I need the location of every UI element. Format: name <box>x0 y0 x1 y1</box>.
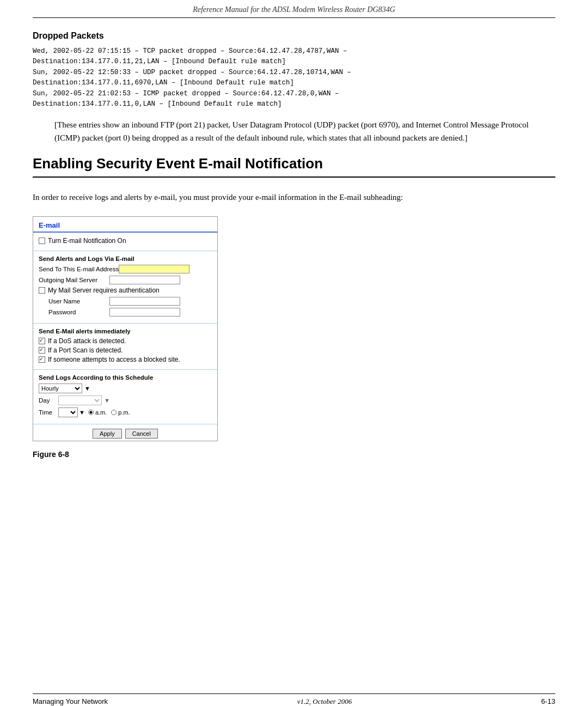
code-line-3: Sun, 2002-05-22 12:50:33 – UDP packet dr… <box>33 69 351 76</box>
footer-left: Managing Your Network <box>33 697 108 705</box>
code-line-5: Sun, 2002-05-22 21:02:53 – ICMP packet d… <box>33 90 339 98</box>
am-label: a.m. <box>95 409 107 416</box>
pm-radio[interactable] <box>111 410 117 415</box>
day-label: Day <box>39 397 58 404</box>
button-row: Apply Cancel <box>33 424 217 441</box>
figure-label: Figure 6-8 <box>33 450 555 459</box>
day-row: Day ▼ <box>39 395 212 405</box>
day-dropdown-arrow: ▼ <box>104 397 110 404</box>
notification-label: Turn E-mail Notification On <box>48 237 126 245</box>
username-label: User Name <box>39 298 109 305</box>
outgoing-input[interactable] <box>109 276 180 284</box>
username-row: User Name <box>39 297 212 306</box>
am-radio[interactable] <box>88 410 94 415</box>
password-label: Password <box>39 309 109 315</box>
frequency-select[interactable]: Hourly <box>39 384 82 393</box>
schedule-heading: Send Logs According to this Schedule <box>39 374 212 381</box>
apply-button[interactable]: Apply <box>93 429 122 439</box>
alert-checkbox-0[interactable] <box>39 338 45 344</box>
alert-item-1: If a Port Scan is detected. <box>39 346 212 354</box>
outgoing-row: Outgoing Mail Server <box>39 276 212 284</box>
time-row: Time ▼ a.m. p.m. <box>39 407 212 417</box>
send-to-input[interactable] <box>119 265 189 273</box>
code-block: Wed, 2002-05-22 07:15:15 – TCP packet dr… <box>33 46 555 109</box>
alert-label-0: If a DoS attack is detected. <box>48 337 126 345</box>
footer-center: v1.2, October 2006 <box>108 697 541 706</box>
code-line-4: Destination:134.177.0.11,6970,LAN – [Inb… <box>33 79 294 87</box>
code-line-1: Wed, 2002-05-22 07:15:15 – TCP packet dr… <box>33 47 347 55</box>
day-select[interactable] <box>58 395 102 405</box>
alert-label-1: If a Port Scan is detected. <box>48 346 122 354</box>
form-panel-title: E-mail <box>33 217 217 233</box>
am-option[interactable]: a.m. <box>88 409 107 416</box>
alert-label-2: If someone attempts to access a blocked … <box>48 356 180 363</box>
code-line-2: Destination:134.177.0.11,21,LAN – [Inbou… <box>33 58 286 65</box>
intro-text: In order to receive logs and alerts by e… <box>33 191 555 204</box>
alert-item-0: If a DoS attack is detected. <box>39 337 212 345</box>
password-row: Password <box>39 308 212 317</box>
frequency-row: Hourly ▼ <box>39 384 212 393</box>
alert-checkbox-1[interactable] <box>39 347 45 354</box>
alerts-logs-section: Send Alerts and Logs Via E-mail Send To … <box>33 251 217 324</box>
dropdown-arrow: ▼ <box>84 385 90 392</box>
page-header: Reference Manual for the ADSL Modem Wire… <box>33 0 555 18</box>
time-select[interactable] <box>58 407 78 417</box>
notification-toggle-row: Turn E-mail Notification On <box>39 237 212 245</box>
time-label: Time <box>39 409 58 416</box>
alerts-section-heading: Send Alerts and Logs Via E-mail <box>39 255 212 262</box>
immediate-alerts-heading: Send E-Mail alerts immediately <box>39 328 212 334</box>
immediate-alerts-section: Send E-Mail alerts immediately If a DoS … <box>33 324 217 370</box>
pm-label: p.m. <box>118 409 130 416</box>
notification-section: Turn E-mail Notification On <box>33 233 217 251</box>
username-input[interactable] <box>109 297 180 306</box>
alert-item-2: If someone attempts to access a blocked … <box>39 356 212 363</box>
auth-checkbox[interactable] <box>39 287 45 294</box>
dropped-packets-heading: Dropped Packets <box>33 31 555 41</box>
code-line-6: Destination:134.177.0.11,0,LAN – [Inboun… <box>33 100 282 108</box>
panel-title-text: E-mail <box>39 221 60 229</box>
schedule-section: Send Logs According to this Schedule Hou… <box>33 370 217 424</box>
section-title: Enabling Security Event E-mail Notificat… <box>33 155 555 178</box>
pm-option[interactable]: p.m. <box>111 409 130 416</box>
time-dropdown-arrow: ▼ <box>79 409 85 416</box>
footer-right: 6-13 <box>541 697 555 705</box>
alert-checkbox-2[interactable] <box>39 356 45 363</box>
send-to-row: Send To This E-mail Address <box>39 265 212 273</box>
send-to-label: Send To This E-mail Address <box>39 266 119 272</box>
password-input[interactable] <box>109 308 180 317</box>
outgoing-label: Outgoing Mail Server <box>39 277 109 283</box>
auth-label: My Mail Server requires authentication <box>48 287 160 294</box>
main-content: Dropped Packets Wed, 2002-05-22 07:15:15… <box>33 18 555 693</box>
notification-checkbox[interactable] <box>39 238 45 244</box>
dropped-packets-description: [These entries show an inbound FTP (port… <box>54 118 534 144</box>
cancel-button[interactable]: Cancel <box>125 429 158 439</box>
header-title: Reference Manual for the ADSL Modem Wire… <box>193 5 395 14</box>
email-form-panel: E-mail Turn E-mail Notification On Send … <box>33 216 218 441</box>
auth-row: My Mail Server requires authentication <box>39 287 212 294</box>
page-footer: Managing Your Network v1.2, October 2006… <box>33 693 555 706</box>
